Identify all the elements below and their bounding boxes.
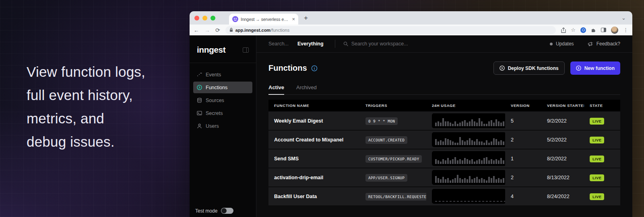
function-name: Account Created to Mixpanel xyxy=(268,137,360,143)
feedback-link[interactable]: Feedback? xyxy=(597,41,620,47)
version-value: 5 xyxy=(505,118,541,124)
circled-arrow-icon xyxy=(500,66,505,71)
url-bar[interactable]: app.inngest.com/functions xyxy=(225,26,556,34)
version-started-value: 8/24/2022 xyxy=(541,194,584,199)
version-started-value: 8/13/2022 xyxy=(541,175,584,180)
reload-icon[interactable]: ⟳ xyxy=(215,27,220,33)
url-text: app.inngest.com/functions xyxy=(235,28,290,33)
marketing-background: View function logs, full event history, … xyxy=(0,0,644,217)
status-badge: LIVE xyxy=(590,156,604,162)
browser-tab[interactable]: Inngest → serverless event-dri × xyxy=(229,14,298,25)
onepassword-extension-icon[interactable] xyxy=(580,27,586,33)
table-row[interactable]: Weekly Email Digest 0 9 * * MON 5 9/2/20… xyxy=(268,112,620,130)
hero-line: View function logs, xyxy=(27,60,145,84)
functions-table: FUNCTION NAME TRIGGERS 24H USAGE VERSION… xyxy=(268,100,620,205)
sidebar-collapse-icon[interactable] xyxy=(243,47,249,53)
column-version-started: VERSION STARTED xyxy=(541,103,584,108)
workspace-search-input[interactable]: Search your workspace... xyxy=(351,41,408,47)
url-path: /functions xyxy=(270,28,289,33)
browser-toolbar: ← → ⟳ app.inngest.com/functions ☆ xyxy=(190,25,632,35)
column-function-name: FUNCTION NAME xyxy=(268,103,360,108)
status-badge: LIVE xyxy=(590,137,604,143)
usage-sparkline xyxy=(432,151,505,166)
inngest-favicon-icon xyxy=(232,16,238,22)
main-column: Search... Everything Search your workspa… xyxy=(256,35,632,217)
table-row[interactable]: Send SMS CUSTOMER/PICKUP.READY 1 8/2/202… xyxy=(268,149,620,168)
maximize-window-button[interactable] xyxy=(211,16,215,20)
functions-page: Functions xyxy=(256,53,632,217)
side-panel-icon[interactable] xyxy=(601,28,606,32)
sidebar-item-users[interactable]: Users xyxy=(193,120,252,132)
new-tab-button[interactable]: + xyxy=(304,14,308,22)
updates-link[interactable]: Updates xyxy=(556,41,574,47)
back-icon[interactable]: ← xyxy=(194,27,199,33)
search-shortcut-label[interactable]: Search... xyxy=(268,41,289,47)
sidebar-item-label: Events xyxy=(206,72,221,78)
secrets-icon xyxy=(197,111,202,116)
tab-active[interactable]: Active xyxy=(268,84,284,95)
topbar-divider xyxy=(335,40,335,48)
trigger-badge: CUSTOMER/PICKUP.READY xyxy=(365,155,422,163)
bookmark-star-icon[interactable]: ☆ xyxy=(571,27,576,33)
window-controls xyxy=(194,16,215,20)
share-icon[interactable] xyxy=(561,27,566,33)
megaphone-icon xyxy=(588,41,593,47)
hero-line: debug issues. xyxy=(27,130,145,154)
sidebar-nav: Events Functions xyxy=(190,63,256,132)
new-function-button[interactable]: New function xyxy=(570,61,620,75)
search-scope-everything[interactable]: Everything xyxy=(297,41,324,47)
minimize-window-button[interactable] xyxy=(202,16,207,20)
users-icon xyxy=(197,123,202,129)
inngest-logo: inngest xyxy=(197,45,225,55)
close-tab-icon[interactable]: × xyxy=(292,16,295,22)
hero-text: View function logs, full event history, … xyxy=(27,60,145,154)
sidebar-item-events[interactable]: Events xyxy=(193,69,252,80)
tab-title: Inngest → serverless event-dri xyxy=(241,17,289,22)
trigger-badge: ACCOUNT.CREATED xyxy=(365,136,407,144)
functions-icon xyxy=(197,85,202,90)
browser-menu-icon[interactable]: ⋮ xyxy=(623,27,628,33)
tab-search-chevron-icon[interactable]: ⌄ xyxy=(621,15,626,21)
sources-icon xyxy=(197,98,202,103)
usage-sparkline xyxy=(432,113,505,128)
usage-sparkline xyxy=(432,170,505,185)
lock-icon xyxy=(229,28,233,32)
sidebar-item-functions[interactable]: Functions xyxy=(193,82,252,93)
workspace-topbar: Search... Everything Search your workspa… xyxy=(256,35,632,53)
close-window-button[interactable] xyxy=(194,16,199,20)
table-row[interactable]: Backfill User Data RETOOL/BACKFILL.REQUE… xyxy=(268,187,620,205)
sidebar: inngest Events xyxy=(190,35,256,217)
deploy-sdk-functions-label: Deploy SDK functions xyxy=(508,66,559,71)
version-value: 2 xyxy=(505,175,541,180)
usage-sparkline xyxy=(432,132,505,147)
version-value: 1 xyxy=(505,156,541,162)
table-row[interactable]: Account Created to Mixpanel ACCOUNT.CREA… xyxy=(268,131,620,149)
deploy-sdk-functions-button[interactable]: Deploy SDK functions xyxy=(493,61,565,75)
trigger-badge: 0 9 * * MON xyxy=(365,117,398,125)
sidebar-item-sources[interactable]: Sources xyxy=(193,94,252,106)
extensions-puzzle-icon[interactable] xyxy=(591,27,596,33)
function-name: Weekly Email Digest xyxy=(268,118,360,124)
hero-line: full event history, xyxy=(27,84,145,107)
table-row[interactable]: activation-drip-email APP/USER.SIGNUP 2 … xyxy=(268,168,620,186)
forward-icon[interactable]: → xyxy=(204,27,210,33)
trigger-badge: APP/USER.SIGNUP xyxy=(365,174,407,182)
sidebar-item-label: Secrets xyxy=(206,111,223,116)
info-icon[interactable] xyxy=(311,65,318,72)
version-value: 2 xyxy=(505,137,541,143)
status-badge: LIVE xyxy=(590,118,604,125)
column-triggers: TRIGGERS xyxy=(360,103,426,108)
sidebar-item-secrets[interactable]: Secrets xyxy=(193,107,252,119)
events-icon xyxy=(197,72,202,77)
test-mode-toggle[interactable] xyxy=(221,208,233,214)
tab-archived[interactable]: Archived xyxy=(296,84,317,94)
list-tabs: Active Archived xyxy=(268,84,620,95)
updates-dot-icon xyxy=(550,43,553,45)
version-started-value: 9/2/2022 xyxy=(541,118,584,124)
sidebar-item-label: Users xyxy=(206,123,219,129)
version-started-value: 5/2/2022 xyxy=(541,137,584,143)
profile-avatar[interactable] xyxy=(611,27,618,34)
function-name: Backfill User Data xyxy=(268,194,360,199)
browser-window: Inngest → serverless event-dri × + ⌄ ← →… xyxy=(190,11,632,217)
url-host: app.inngest.com xyxy=(235,28,270,33)
